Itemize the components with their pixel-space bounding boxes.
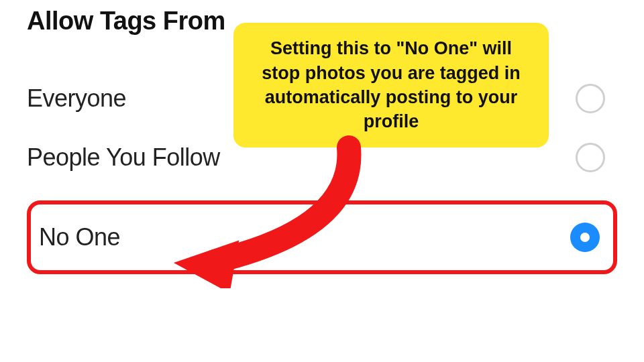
radio-unchecked-icon	[576, 143, 605, 172]
option-row-no-one[interactable]: No One	[27, 200, 617, 274]
option-label: No One	[39, 223, 120, 251]
option-label: Everyone	[27, 84, 126, 113]
radio-checked-icon	[570, 223, 600, 252]
callout-text: Setting this to "No One" will stop photo…	[250, 36, 533, 134]
option-label: People You Follow	[27, 143, 220, 172]
annotation-callout: Setting this to "No One" will stop photo…	[233, 23, 549, 147]
radio-unchecked-icon	[576, 84, 605, 113]
